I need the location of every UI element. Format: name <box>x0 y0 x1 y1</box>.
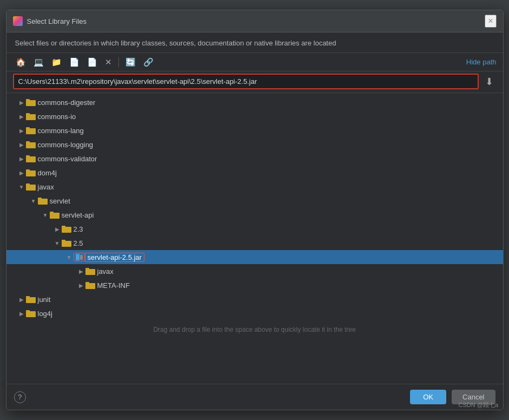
help-button[interactable]: ? <box>14 391 26 403</box>
toolbar: 🏠 💻 📁 📄 📄 ✕ 🔄 🔗 Hide path <box>6 53 503 71</box>
toggle-icon: ▶ <box>17 170 26 176</box>
folder-icon <box>38 197 48 205</box>
dialog-title: Select Library Files <box>27 17 87 25</box>
svg-rect-17 <box>50 212 54 214</box>
folder-icon <box>26 127 36 134</box>
svg-rect-9 <box>26 155 30 158</box>
toggle-icon: ▶ <box>17 100 26 106</box>
item-label: commons-validator <box>38 155 97 163</box>
tree-item-commons-validator[interactable]: ▶ commons-validator <box>6 152 503 166</box>
item-label: META-INF <box>97 281 130 290</box>
tree-item-javax-sub[interactable]: ▶ javax <box>6 264 503 278</box>
path-row: ⬇ <box>6 71 503 93</box>
toggle-icon: ▶ <box>17 142 26 148</box>
item-label: commons-digester <box>38 99 96 107</box>
titlebar: Select Library Files × <box>6 10 503 32</box>
svg-rect-13 <box>26 183 30 186</box>
folder-icon <box>26 296 36 303</box>
computer-button[interactable]: 💻 <box>31 56 47 68</box>
toolbar-buttons: 🏠 💻 📁 📄 📄 ✕ 🔄 🔗 <box>13 56 156 68</box>
toggle-icon: ▼ <box>65 254 74 260</box>
item-label: junit <box>38 296 51 304</box>
watermark: CSDN @顾七a <box>458 401 498 409</box>
folder-icon <box>26 183 36 191</box>
link-button[interactable]: 🔗 <box>141 56 156 68</box>
titlebar-left: Select Library Files <box>13 16 87 26</box>
item-label: javax <box>38 183 54 191</box>
file-button[interactable]: 📄 <box>67 56 82 68</box>
tree-item-dom4j[interactable]: ▶ dom4j <box>6 166 503 180</box>
folder-icon <box>85 267 95 275</box>
delete-button[interactable]: ✕ <box>102 56 115 68</box>
svg-rect-11 <box>26 169 30 172</box>
app-icon <box>13 16 23 26</box>
toggle-icon: ▶ <box>77 268 85 274</box>
svg-rect-27 <box>26 296 30 298</box>
svg-rect-19 <box>62 226 65 228</box>
item-label: servlet-api <box>62 211 94 219</box>
folder-icon <box>26 141 36 148</box>
folder-icon <box>26 99 36 106</box>
tree-item-meta-inf[interactable]: ▶ META-INF <box>6 278 503 292</box>
tree-item-commons-io[interactable]: ▶ commons-io <box>6 109 503 123</box>
file2-button: 📄 <box>84 56 100 68</box>
tree-item-servlet-api[interactable]: ▼ servlet-api <box>6 208 503 222</box>
svg-rect-5 <box>26 127 30 129</box>
folder-new-button[interactable]: 📁 <box>49 56 64 68</box>
tree-item-commons-logging[interactable]: ▶ commons-logging <box>6 137 503 152</box>
item-label: 2.5 <box>74 239 83 247</box>
folder-icon <box>26 310 36 317</box>
tree-item-javax[interactable]: ▼ javax <box>6 180 503 194</box>
svg-rect-25 <box>85 282 89 284</box>
tree-item-servlet[interactable]: ▼ servlet <box>6 194 503 208</box>
svg-rect-1 <box>26 99 30 101</box>
svg-rect-15 <box>38 198 42 200</box>
svg-rect-29 <box>26 310 30 312</box>
folder-icon <box>26 169 36 176</box>
toggle-icon: ▶ <box>17 156 26 162</box>
hide-path-button[interactable]: Hide path <box>466 58 497 66</box>
item-label: commons-lang <box>38 127 84 135</box>
toggle-icon: ▼ <box>17 184 26 190</box>
tree-item-servlet-api-jar[interactable]: ▼ servlet-api-2.5.jar <box>6 250 503 264</box>
tree-item-commons-digester[interactable]: ▶ commons-digester <box>6 95 503 109</box>
folder-icon <box>26 113 36 120</box>
tree-item-v2.3[interactable]: ▶ 2.3 <box>6 222 503 236</box>
svg-rect-21 <box>62 240 65 242</box>
toggle-icon: ▶ <box>77 283 85 288</box>
download-icon[interactable]: ⬇ <box>482 75 497 89</box>
svg-rect-23 <box>85 268 89 270</box>
folder-icon <box>85 281 95 289</box>
tree-item-log4j[interactable]: ▶ log4j <box>6 306 503 320</box>
path-input[interactable] <box>13 74 479 89</box>
tree-item-commons-lang[interactable]: ▶ commons-lang <box>6 123 503 137</box>
toggle-icon: ▼ <box>29 198 38 204</box>
drag-hint: Drag and drop a file into the space abov… <box>6 320 503 339</box>
toggle-icon: ▼ <box>53 240 62 246</box>
jar-icon-blue <box>76 254 80 260</box>
item-label: javax <box>97 267 114 275</box>
item-label: commons-io <box>38 113 76 121</box>
toggle-icon: ▶ <box>17 311 26 317</box>
folder-icon <box>62 239 71 247</box>
item-label: 2.3 <box>74 225 83 233</box>
ok-button[interactable]: OK <box>410 390 446 404</box>
refresh-button[interactable]: 🔄 <box>123 56 138 68</box>
item-label: servlet-api-2.5.jar <box>85 253 144 262</box>
folder-icon <box>26 155 36 162</box>
tree-item-junit[interactable]: ▶ junit <box>6 292 503 306</box>
jar-icon-grey <box>80 255 83 260</box>
item-label: dom4j <box>38 169 57 177</box>
jar-icon-wrapper <box>74 253 85 261</box>
toggle-icon: ▶ <box>17 128 26 134</box>
toggle-icon: ▶ <box>53 226 62 232</box>
svg-rect-7 <box>26 141 30 143</box>
close-button[interactable]: × <box>485 15 496 28</box>
home-button[interactable]: 🏠 <box>13 56 29 68</box>
svg-rect-3 <box>26 113 30 115</box>
folder-icon <box>50 211 60 219</box>
tree-item-v2.5[interactable]: ▼ 2.5 <box>6 236 503 250</box>
toolbar-separator <box>118 57 119 67</box>
item-label: log4j <box>38 310 52 318</box>
toggle-icon: ▼ <box>41 212 50 218</box>
